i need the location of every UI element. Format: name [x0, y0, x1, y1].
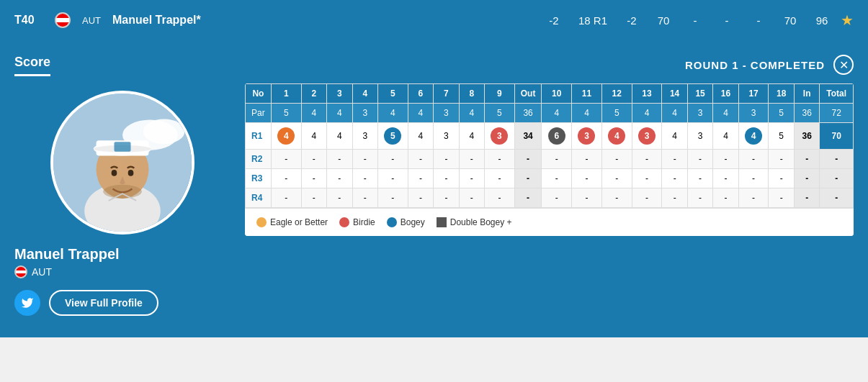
score-r1-hole-9: 3	[485, 123, 515, 150]
svg-point-9	[112, 170, 117, 176]
score-r4-hole-7: -	[434, 188, 459, 208]
score-r4-hole-6: -	[408, 188, 433, 208]
par-3: 4	[327, 104, 352, 123]
score-r3-hole-10: -	[542, 169, 572, 188]
score-r2-hole-8: -	[459, 150, 484, 169]
legend-eagle-dot	[256, 217, 267, 227]
score-r1-hole-4: 3	[352, 123, 377, 150]
score-r4-hole-1: -	[271, 188, 301, 208]
stat-r1: -2	[625, 14, 639, 27]
score-r1-hole-13: 3	[632, 123, 662, 150]
col-14: 14	[662, 84, 687, 104]
score-r1-hole-15: 3	[687, 123, 712, 150]
player-photo-svg	[53, 91, 192, 235]
favorite-star[interactable]: ★	[841, 12, 854, 29]
col-9: 9	[485, 84, 515, 104]
score-r1-hole-5: 5	[377, 123, 408, 150]
score-r1-hole-17: 4	[738, 123, 769, 150]
stat-r2: -	[688, 14, 702, 27]
col-17: 17	[738, 84, 769, 104]
score-r4-hole-8: -	[459, 188, 484, 208]
score-r4-hole-5: -	[377, 188, 408, 208]
score-row-r4: R4---------------------	[246, 188, 854, 208]
par-13: 4	[632, 104, 662, 123]
score-r2-hole-6: -	[408, 150, 433, 169]
score-r3-total: -	[820, 169, 854, 188]
score-r4-hole-16: -	[713, 188, 738, 208]
player-stats: -2 18 R1 -2 70 - - - 70 96	[547, 14, 829, 27]
legend-double-bogey-label: Double Bogey +	[450, 217, 512, 227]
par-11: 4	[572, 104, 602, 123]
par-9: 5	[485, 104, 515, 123]
score-r3-in: -	[794, 169, 819, 188]
score-r1-hole-1: 4	[271, 123, 301, 150]
score-row-r3: R3---------------------	[246, 169, 854, 188]
stat-score: -2	[547, 14, 561, 27]
score-r1-hole-11: 3	[572, 123, 602, 150]
country-flag	[55, 12, 71, 28]
player-country: AUT	[14, 265, 231, 278]
score-r2-hole-15: -	[687, 150, 712, 169]
score-r1-hole-3: 4	[327, 123, 352, 150]
stat-rounds: 18 R1	[578, 14, 607, 27]
score-r1-hole-14: 4	[662, 123, 687, 150]
col-no: No	[246, 84, 272, 104]
score-r4-hole-13: -	[632, 188, 662, 208]
score-r3-out: -	[514, 169, 542, 188]
round-label-r4: R4	[246, 188, 272, 208]
score-r2-hole-13: -	[632, 150, 662, 169]
close-button[interactable]: ✕	[833, 55, 854, 75]
view-full-profile-button[interactable]: View Full Profile	[49, 290, 158, 316]
col-1: 1	[271, 84, 301, 104]
score-r3-hole-6: -	[408, 169, 433, 188]
score-r3-hole-7: -	[434, 169, 459, 188]
score-r2-hole-10: -	[542, 150, 572, 169]
player-photo	[50, 91, 194, 235]
score-r2-hole-11: -	[572, 150, 602, 169]
score-r2-total: -	[820, 150, 854, 169]
svg-point-2	[143, 119, 185, 145]
score-r2-hole-18: -	[769, 150, 794, 169]
score-r4-hole-14: -	[662, 188, 687, 208]
score-r4-hole-18: -	[769, 188, 794, 208]
legend-bogey-label: Bogey	[401, 217, 425, 227]
player-country-code: AUT	[32, 266, 52, 278]
par-1: 5	[271, 104, 301, 123]
par-12: 5	[601, 104, 632, 123]
right-panel: ROUND 1 - COMPLETED ✕ No 1 2 3 4 5 6	[245, 55, 854, 316]
score-r3-hole-9: -	[485, 169, 515, 188]
score-r1-total: 70	[820, 123, 854, 150]
svg-rect-8	[114, 142, 130, 151]
col-15: 15	[687, 84, 712, 104]
score-r3-hole-11: -	[572, 169, 602, 188]
score-r2-hole-12: -	[601, 150, 632, 169]
par-8: 4	[459, 104, 484, 123]
score-r1-out: 34	[514, 123, 542, 150]
par-18: 5	[769, 104, 794, 123]
player-rank: T40	[14, 14, 43, 27]
col-7: 7	[434, 84, 459, 104]
round-label-r3: R3	[246, 169, 272, 188]
round-label-r1: R1	[246, 123, 272, 150]
score-r3-hole-3: -	[327, 169, 352, 188]
col-16: 16	[713, 84, 738, 104]
par-10: 4	[542, 104, 572, 123]
score-r1-in: 36	[794, 123, 819, 150]
score-r4-hole-17: -	[738, 188, 769, 208]
twitter-button[interactable]	[14, 290, 40, 316]
par-4: 3	[352, 104, 377, 123]
score-r4-total: -	[820, 188, 854, 208]
score-r4-hole-12: -	[601, 188, 632, 208]
score-r3-hole-8: -	[459, 169, 484, 188]
app-container: T40 AUT Manuel Trappel* -2 18 R1 -2 70 -…	[0, 0, 868, 337]
col-10: 10	[542, 84, 572, 104]
score-r1-hole-8: 4	[459, 123, 484, 150]
main-content: Score	[0, 40, 868, 337]
legend-double-bogey-square	[437, 217, 447, 227]
score-r3-hole-5: -	[377, 169, 408, 188]
svg-point-11	[103, 185, 142, 199]
col-total: Total	[820, 84, 854, 104]
score-r1-hole-10: 6	[542, 123, 572, 150]
score-r1-hole-12: 4	[601, 123, 632, 150]
legend-bogey-dot	[387, 217, 397, 227]
